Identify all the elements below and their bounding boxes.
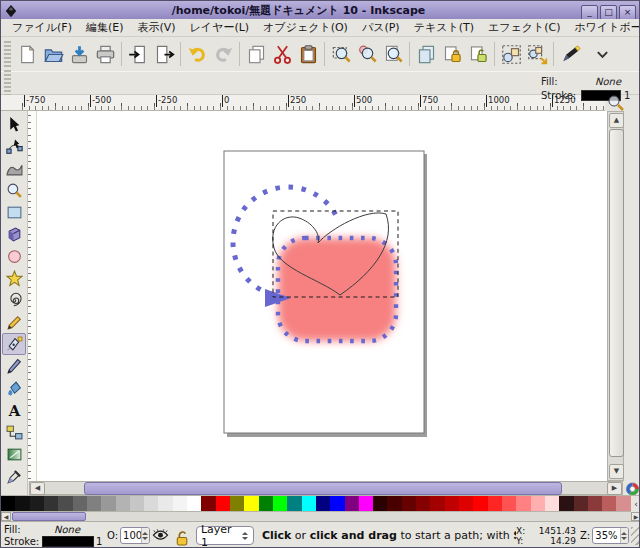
cut-button[interactable] — [269, 40, 295, 68]
palette-swatch[interactable] — [402, 496, 416, 511]
palette-swatch[interactable] — [559, 496, 573, 511]
palette-swatch[interactable] — [574, 496, 588, 511]
fill-value[interactable]: None — [595, 76, 621, 87]
menu-text[interactable]: テキスト(T) — [407, 18, 481, 37]
import-document-button[interactable] — [125, 40, 151, 68]
zoom-drawing-button[interactable] — [354, 40, 380, 68]
print-document-button[interactable] — [92, 40, 118, 68]
save-document-button[interactable] — [66, 40, 92, 68]
fill-value[interactable]: None — [54, 524, 80, 535]
palette-swatch[interactable] — [602, 496, 616, 511]
ellipse-tool-button[interactable] — [2, 245, 26, 267]
palette-swatch[interactable] — [73, 496, 87, 511]
palette-swatch[interactable] — [187, 496, 201, 511]
palette-swatch[interactable] — [101, 496, 115, 511]
palette-scroll-left-icon[interactable]: ‹ — [631, 495, 640, 512]
toolbar-grip[interactable] — [4, 41, 11, 67]
fill-stroke-editor-button[interactable] — [557, 40, 583, 68]
toolbar-overflow-button[interactable] — [589, 40, 615, 68]
menu-whiteboard[interactable]: ホワイトボード(B) — [568, 18, 640, 37]
scroll-right-button[interactable]: ▶ — [607, 482, 622, 495]
palette-swatch[interactable] — [130, 496, 144, 511]
pencil-tool-button[interactable] — [2, 311, 26, 333]
palette-swatch[interactable] — [201, 496, 215, 511]
layer-selector[interactable]: Layer 1 — [196, 526, 254, 545]
stroke-color-swatch[interactable] — [42, 536, 94, 547]
star-tool-button[interactable] — [2, 267, 26, 289]
palette-swatch[interactable] — [430, 496, 444, 511]
palette-swatch[interactable] — [345, 496, 359, 511]
group-objects-button[interactable] — [498, 40, 524, 68]
duplicate-button[interactable] — [413, 40, 439, 68]
spiral-tool-button[interactable] — [2, 289, 26, 311]
zoom-spinner[interactable]: 35% — [592, 527, 629, 544]
palette-swatch[interactable] — [445, 496, 459, 511]
vertical-scrollbar-thumb[interactable] — [609, 129, 624, 457]
export-document-button[interactable] — [151, 40, 177, 68]
palette-swatch[interactable] — [144, 496, 158, 511]
palette-swatch[interactable] — [359, 496, 373, 511]
palette-swatch[interactable] — [416, 496, 430, 511]
box3d-tool-button[interactable] — [2, 223, 26, 245]
palette-swatch[interactable] — [488, 496, 502, 511]
palette-swatch[interactable] — [531, 496, 545, 511]
palette-swatch[interactable] — [15, 496, 29, 511]
copy-button[interactable] — [243, 40, 269, 68]
palette-swatch[interactable] — [545, 496, 559, 511]
node-tool-button[interactable] — [2, 135, 26, 157]
palette-swatch[interactable] — [459, 496, 473, 511]
palette-swatch[interactable] — [373, 496, 387, 511]
connector-tool-button[interactable] — [2, 421, 26, 443]
color-wheel-icon[interactable] — [625, 481, 640, 495]
dropper-tool-button[interactable] — [2, 465, 26, 487]
palette-swatch[interactable] — [230, 496, 244, 511]
menu-object[interactable]: オブジェクト(O) — [256, 18, 355, 37]
horizontal-ruler[interactable]: -750-500-250025050075010001250 — [1, 95, 605, 111]
create-clone-button[interactable] — [439, 40, 465, 68]
palette-swatch[interactable] — [473, 496, 487, 511]
style-indicator[interactable]: Fill: None Stroke: 1 — [4, 524, 107, 548]
pen-tool-button[interactable] — [2, 333, 26, 355]
palette-swatch[interactable] — [1, 496, 15, 511]
zoom-page-button[interactable] — [380, 40, 406, 68]
palette-scrollbar[interactable]: ◀ ▶ — [1, 512, 640, 522]
palette-swatch[interactable] — [516, 496, 530, 511]
blurred-blob[interactable] — [278, 238, 396, 341]
new-document-button[interactable] — [14, 40, 40, 68]
palette-swatch[interactable] — [330, 496, 344, 511]
palette-swatch[interactable] — [30, 496, 44, 511]
layer-lock-open-icon[interactable] — [173, 529, 190, 543]
palette-swatch[interactable] — [216, 496, 230, 511]
palette-swatch[interactable] — [44, 496, 58, 511]
palette-swatch[interactable] — [387, 496, 401, 511]
unlink-clone-button[interactable] — [465, 40, 491, 68]
palette-swatch[interactable] — [588, 496, 602, 511]
layer-visibility-eye-icon[interactable] — [152, 529, 169, 543]
zoom-tool-button[interactable] — [2, 179, 26, 201]
palette-swatch[interactable] — [302, 496, 316, 511]
palette-swatch[interactable] — [87, 496, 101, 511]
palette-swatch[interactable] — [316, 496, 330, 511]
menu-effects[interactable]: エフェクト(C) — [481, 18, 568, 37]
tweak-tool-button[interactable] — [2, 157, 26, 179]
scroll-down-button[interactable]: ▼ — [609, 464, 624, 479]
menu-path[interactable]: パス(P) — [355, 18, 407, 37]
scroll-left-button[interactable]: ◀ — [30, 482, 45, 495]
paintbucket-tool-button[interactable] — [2, 377, 26, 399]
palette-swatch[interactable] — [287, 496, 301, 511]
toolbar-grip[interactable] — [4, 70, 11, 96]
redo-button[interactable] — [210, 40, 236, 68]
vertical-scrollbar[interactable]: ▲ ▼ — [607, 111, 624, 481]
palette-scroll-right-button[interactable]: ▶ — [631, 512, 640, 521]
palette-swatch[interactable] — [502, 496, 516, 511]
palette-scrollbar-thumb[interactable] — [12, 512, 86, 521]
selector-tool-button[interactable] — [2, 113, 26, 135]
palette-swatch[interactable] — [158, 496, 172, 511]
palette-swatch[interactable] — [58, 496, 72, 511]
window-resize-grip[interactable] — [631, 527, 640, 545]
scroll-up-button[interactable]: ▲ — [609, 113, 624, 128]
ungroup-objects-button[interactable] — [524, 40, 550, 68]
calligraphy-tool-button[interactable] — [2, 355, 26, 377]
undo-button[interactable] — [184, 40, 210, 68]
menu-view[interactable]: 表示(V) — [131, 18, 183, 37]
